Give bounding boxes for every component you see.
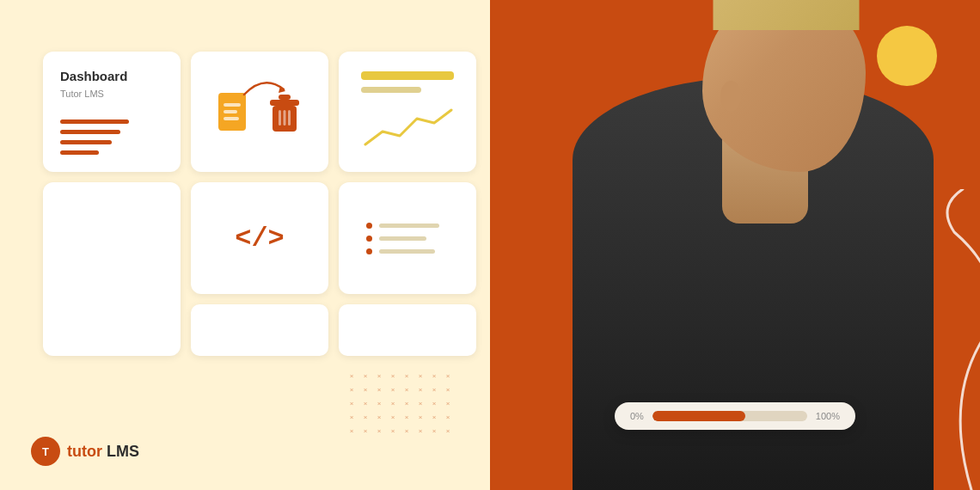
dot-x-38: × [432, 428, 437, 433]
svg-rect-2 [224, 103, 241, 107]
bottom-mid-card [191, 304, 328, 356]
list-bar-3 [379, 249, 435, 254]
dot-x-32: × [349, 428, 354, 433]
dot-x-33: × [363, 428, 368, 433]
dashboard-card: Dashboard Tutor LMS [43, 52, 181, 172]
dot-x-20: × [404, 401, 409, 406]
dot-x-39: × [445, 428, 450, 433]
svg-text:T: T [42, 445, 49, 458]
cards-grid: Dashboard Tutor LMS [43, 52, 473, 356]
dot-x-23: × [445, 401, 450, 406]
dashboard-subtitle: Tutor LMS [60, 89, 104, 99]
dot-x-37: × [418, 428, 423, 433]
svg-rect-4 [224, 117, 239, 120]
dot-pattern: (function() { const dp = document.queryS… [349, 373, 456, 438]
dot-x-17: × [363, 401, 368, 406]
dot-x-13: × [418, 387, 423, 392]
dot-x-21: × [418, 401, 423, 406]
menu-line-4 [60, 150, 99, 155]
svg-rect-11 [288, 110, 291, 126]
code-card: </> [191, 182, 328, 294]
dot-x-14: × [432, 387, 437, 392]
dot-x-25: × [363, 414, 368, 420]
dot-x-6: × [432, 373, 437, 378]
list-items [352, 214, 462, 263]
dot-x-30: × [432, 414, 437, 420]
bottom-right-card [339, 304, 476, 356]
menu-line-3 [60, 140, 112, 144]
menu-lines [60, 119, 129, 155]
cards-area: Dashboard Tutor LMS [17, 34, 473, 356]
progress-track [652, 411, 807, 421]
dot-x-26: × [377, 414, 382, 420]
trash-icon [268, 95, 301, 138]
dot-x-22: × [432, 401, 437, 406]
list-row-3 [366, 248, 449, 254]
dot-x-7: × [445, 373, 450, 378]
dot-x-28: × [404, 414, 409, 420]
dot-x-0: × [349, 373, 354, 378]
dot-x-16: × [349, 401, 354, 406]
list-bar-1 [379, 224, 439, 228]
list-dot-2 [366, 236, 372, 242]
progress-label-start: 0% [630, 411, 644, 421]
left-panel: Dashboard Tutor LMS [0, 0, 490, 490]
svg-rect-10 [284, 110, 286, 126]
file-transfer-card [191, 52, 328, 172]
chart-card [339, 52, 476, 172]
hair-shape [714, 0, 860, 30]
dot-x-10: × [377, 387, 382, 392]
list-card [339, 182, 476, 294]
progress-label-end: 100% [816, 411, 840, 421]
list-dot-1 [366, 223, 372, 229]
tutor-logo-icon: T [31, 437, 60, 466]
code-brackets-icon: </> [235, 223, 285, 254]
dot-x-31: × [445, 414, 450, 420]
dot-x-24: × [349, 414, 354, 420]
dot-x-12: × [404, 387, 409, 392]
tutor-logo: T tutor LMS [31, 437, 139, 466]
list-row-1 [366, 223, 449, 229]
dot-x-3: × [390, 373, 395, 378]
dot-x-5: × [418, 373, 423, 378]
dot-x-35: × [390, 428, 395, 433]
svg-rect-9 [279, 110, 281, 126]
dot-x-15: × [445, 387, 450, 392]
dot-x-11: × [390, 387, 395, 392]
progress-bar-container: 0% 100% [615, 402, 855, 430]
menu-line-1 [60, 119, 129, 124]
ear-shape [720, 81, 741, 112]
chart-svg [361, 101, 456, 149]
dot-x-4: × [404, 373, 409, 378]
dot-x-1: × [363, 373, 368, 378]
dot-x-34: × [377, 428, 382, 433]
svg-rect-3 [224, 110, 237, 113]
svg-rect-6 [279, 95, 291, 100]
dot-x-27: × [390, 414, 395, 420]
bottom-left-card [43, 182, 181, 356]
dot-x-36: × [404, 428, 409, 433]
dashboard-title: Dashboard [60, 69, 127, 83]
menu-line-2 [60, 130, 120, 134]
dot-x-9: × [363, 387, 368, 392]
dot-x-18: × [377, 401, 382, 406]
svg-rect-7 [270, 100, 299, 106]
dot-x-2: × [377, 373, 382, 378]
dot-x-19: × [390, 401, 395, 406]
right-panel: 0% 100% [490, 0, 980, 490]
wave-decoration [817, 189, 980, 490]
tutor-logo-text: tutor LMS [67, 443, 139, 461]
list-bar-2 [379, 236, 426, 241]
dot-x-29: × [418, 414, 423, 420]
list-row-2 [366, 236, 449, 242]
list-dot-3 [366, 248, 372, 254]
dot-x-8: × [349, 387, 354, 392]
progress-fill [652, 411, 745, 421]
